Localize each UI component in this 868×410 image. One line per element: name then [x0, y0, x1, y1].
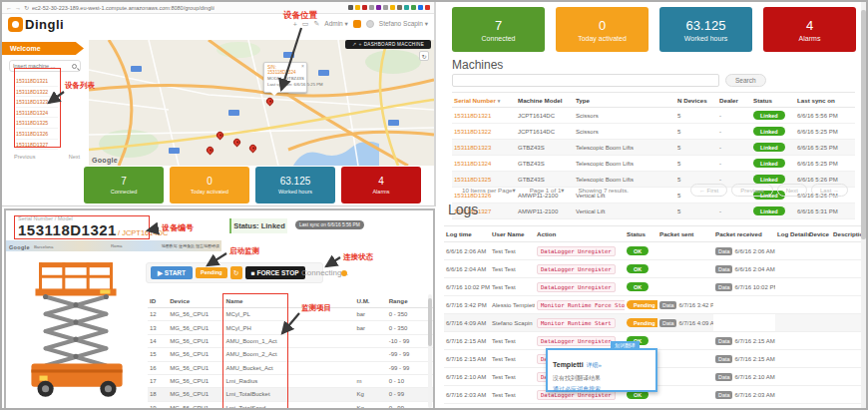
extension-icon[interactable] — [397, 5, 402, 10]
data-badge[interactable]: Data — [715, 265, 732, 273]
data-badge[interactable]: Data — [715, 247, 732, 255]
welcome-tab[interactable]: Welcome — [2, 42, 84, 55]
extension-icon[interactable] — [425, 5, 430, 10]
map-refresh-button[interactable]: ↻ — [419, 51, 429, 61]
cell-id: 14 — [148, 334, 168, 347]
extension-icon[interactable] — [411, 5, 416, 10]
sort-icon[interactable]: ▾ — [498, 98, 501, 104]
next-page-button[interactable]: Next — [777, 184, 807, 197]
extension-icon[interactable] — [383, 5, 388, 10]
cell-device — [807, 296, 831, 314]
force-stop-button[interactable]: ■ FORCE STOP — [245, 266, 305, 279]
refresh-button[interactable]: ↻ — [230, 266, 242, 279]
extension-icon[interactable] — [362, 5, 367, 10]
list-previous[interactable]: Previous — [14, 154, 35, 160]
device-list-item[interactable]: 153118D1323 — [16, 97, 58, 108]
items-per-page-select[interactable]: 10 Items per Page▾ — [462, 187, 516, 194]
serial-number: 153118D1321 — [18, 221, 117, 238]
stat-card: 4Alarms — [341, 167, 421, 204]
col-header[interactable]: Last sync on — [795, 93, 855, 108]
col-header[interactable]: N Devices — [675, 93, 717, 108]
scrollbar-thumb[interactable] — [861, 10, 866, 239]
search-button[interactable]: Search — [725, 74, 766, 87]
cell-log-details — [775, 404, 807, 410]
device-list-item[interactable]: 153118D1327 — [16, 140, 58, 151]
admin-menu[interactable]: Admin ▾ — [324, 20, 348, 28]
first-page-button[interactable]: ← First — [690, 184, 727, 197]
add-icon[interactable]: + — [293, 21, 297, 28]
add-icon[interactable]: + — [358, 41, 361, 47]
device-list-item[interactable]: 153118D1325 — [16, 118, 58, 129]
cell-name: AMU_Bucket_Act — [224, 361, 355, 374]
last-page-button[interactable]: Last → — [811, 184, 848, 197]
col-header[interactable]: Status — [751, 93, 795, 108]
extension-icon[interactable] — [369, 5, 374, 10]
edit-icon[interactable]: ✎ — [313, 20, 319, 28]
cell-device: MG_56_CPU1 — [168, 374, 223, 387]
url-text[interactable]: ec2-52-30-223-189.eu-west-1.compute.amaz… — [32, 5, 215, 11]
monitor-icon[interactable]: ▭ — [302, 20, 309, 28]
serial-link[interactable]: 153118D1322 — [454, 129, 491, 135]
data-badge[interactable]: Data — [715, 337, 732, 345]
close-icon[interactable]: × — [301, 63, 304, 69]
previous-page-button[interactable]: Previous — [731, 184, 772, 197]
table-row: 13 MG_56_CPU1 MCyl_PH bar 0 - 350 — [148, 321, 433, 334]
extension-icon[interactable] — [376, 5, 381, 10]
extension-icon[interactable] — [404, 5, 409, 10]
search-icon[interactable] — [72, 64, 77, 69]
data-badge[interactable]: Data — [659, 319, 676, 327]
col-header[interactable]: Type — [574, 93, 675, 108]
reload-icon[interactable]: ↻ — [24, 4, 29, 11]
translate-tab[interactable]: 划词翻译 — [611, 341, 640, 350]
device-list-item[interactable]: 153118D1326 — [16, 129, 58, 140]
cell-id: 13 — [148, 321, 168, 334]
map-attribution: 地图数据 使用条款 报告地图错误 — [162, 243, 219, 248]
cell-name: Lmi_TotalBucket — [224, 388, 355, 401]
popup-model: MODEL: GTBZ43S — [267, 76, 303, 81]
machines-search-input[interactable] — [452, 74, 719, 87]
col-header: Action — [535, 226, 625, 242]
data-badge[interactable]: Data — [715, 373, 732, 381]
scrollbar[interactable] — [428, 294, 432, 408]
tooltip-search-link[interactable]: 通过必应词典搜索 — [553, 385, 651, 394]
table-row: 19 MG_56_CPU1 Lmi_TotalSand Kg 0 - 99 — [148, 401, 433, 410]
serial-link[interactable]: 153118D1323 — [454, 145, 491, 151]
mini-map-strip[interactable]: Google Barcelona Roma 地图数据 使用条款 报告地图错误 — [6, 240, 221, 251]
scrollbar[interactable] — [861, 2, 866, 410]
cell-lastsync: 6/6/16 5:31 PM — [795, 204, 855, 219]
data-badge[interactable]: Data — [659, 301, 676, 309]
tooltip-more-link[interactable]: 详细» — [587, 362, 602, 368]
map[interactable]: NovaraMilano米兰帕维亚 ↗+DASHBOARD MACCHINE ↻… — [89, 40, 434, 166]
extension-icon[interactable] — [390, 5, 395, 10]
user-menu[interactable]: Stefano Scapin ▾ — [379, 20, 428, 28]
external-icon[interactable]: ↗ — [352, 41, 357, 47]
data-badge[interactable]: Data — [715, 283, 732, 291]
back-icon[interactable]: ← — [6, 5, 12, 11]
start-button[interactable]: ▶ START — [151, 266, 193, 279]
forward-icon[interactable]: → — [15, 5, 21, 11]
col-header[interactable]: Dealer — [717, 93, 751, 108]
extension-icon[interactable] — [355, 5, 360, 10]
serial-link[interactable]: 153118D1321 — [454, 113, 491, 119]
extension-icon[interactable] — [348, 5, 353, 10]
machine-search-input[interactable] — [13, 63, 69, 69]
cell-model: AMWP11-2100 — [516, 204, 574, 219]
col-header-serial[interactable]: Serial Number ▾ — [452, 93, 516, 108]
device-list-item[interactable]: 153118D1324 — [16, 108, 58, 119]
list-next[interactable]: Next — [69, 154, 80, 160]
serial-link[interactable]: 153118D1324 — [454, 161, 491, 167]
serial-link[interactable]: 153118D1325 — [454, 177, 491, 183]
extension-icon[interactable] — [418, 5, 423, 10]
notification-chip[interactable] — [353, 20, 361, 28]
data-badge[interactable]: Data — [715, 391, 732, 399]
col-header[interactable]: Machine Model — [516, 93, 574, 108]
machine-search-box[interactable] — [9, 60, 81, 72]
cell-user: Test Test — [490, 278, 535, 296]
data-badge[interactable]: Data — [715, 355, 732, 363]
cell-device — [807, 242, 831, 260]
popup-serial-link[interactable]: S/N: 153118D1324 — [267, 65, 303, 75]
page-select[interactable]: Page 1 of 1▾ — [530, 187, 565, 194]
cell-device: MG_56_CPU1 — [168, 334, 223, 347]
device-list-item[interactable]: 153118D1322 — [16, 87, 58, 98]
device-list-item[interactable]: 153118D1321 — [16, 76, 58, 87]
